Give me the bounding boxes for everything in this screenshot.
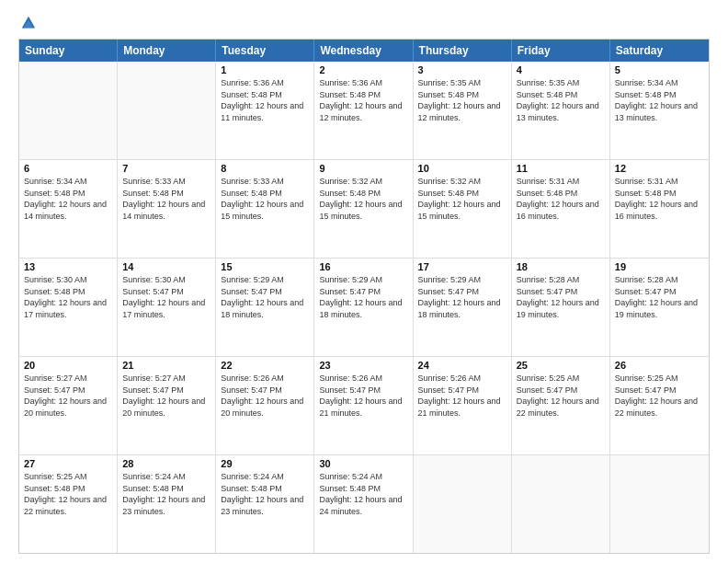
day-number: 19 (615, 261, 704, 272)
logo (18, 15, 37, 31)
cell-text: Sunrise: 5:28 AM Sunset: 5:47 PM Dayligh… (615, 274, 704, 320)
calendar: SundayMondayTuesdayWednesdayThursdayFrid… (18, 39, 710, 554)
cell-text: Sunrise: 5:24 AM Sunset: 5:48 PM Dayligh… (122, 471, 210, 517)
calendar-cell: 27Sunrise: 5:25 AM Sunset: 5:48 PM Dayli… (19, 455, 118, 553)
day-number: 1 (221, 64, 309, 75)
calendar-cell: 7Sunrise: 5:33 AM Sunset: 5:48 PM Daylig… (118, 160, 216, 258)
calendar-week-row: 6Sunrise: 5:34 AM Sunset: 5:48 PM Daylig… (19, 160, 709, 259)
calendar-cell: 20Sunrise: 5:27 AM Sunset: 5:47 PM Dayli… (19, 357, 118, 454)
header (18, 15, 710, 31)
day-number: 14 (122, 261, 210, 272)
day-number: 18 (517, 261, 605, 272)
day-number: 28 (122, 458, 210, 469)
cell-text: Sunrise: 5:33 AM Sunset: 5:48 PM Dayligh… (221, 176, 309, 222)
cell-text: Sunrise: 5:28 AM Sunset: 5:47 PM Dayligh… (517, 274, 605, 320)
cell-text: Sunrise: 5:27 AM Sunset: 5:47 PM Dayligh… (122, 373, 210, 419)
calendar-header-cell: Friday (512, 40, 610, 62)
calendar-week-row: 13Sunrise: 5:30 AM Sunset: 5:48 PM Dayli… (19, 259, 709, 357)
cell-text: Sunrise: 5:32 AM Sunset: 5:48 PM Dayligh… (418, 176, 506, 222)
day-number: 25 (517, 360, 605, 371)
cell-text: Sunrise: 5:36 AM Sunset: 5:48 PM Dayligh… (319, 77, 407, 123)
calendar-week-row: 20Sunrise: 5:27 AM Sunset: 5:47 PM Dayli… (19, 357, 709, 455)
calendar-week-row: 27Sunrise: 5:25 AM Sunset: 5:48 PM Dayli… (19, 455, 709, 553)
day-number: 2 (319, 64, 407, 75)
calendar-cell (610, 455, 709, 553)
day-number: 11 (517, 163, 605, 174)
day-number: 15 (221, 261, 309, 272)
calendar-cell: 24Sunrise: 5:26 AM Sunset: 5:47 PM Dayli… (414, 357, 512, 454)
cell-text: Sunrise: 5:24 AM Sunset: 5:48 PM Dayligh… (319, 471, 407, 517)
day-number: 7 (122, 163, 210, 174)
logo-icon (20, 15, 37, 31)
calendar-week-row: 1Sunrise: 5:36 AM Sunset: 5:48 PM Daylig… (19, 62, 709, 160)
day-number: 26 (615, 360, 704, 371)
cell-text: Sunrise: 5:36 AM Sunset: 5:48 PM Dayligh… (221, 77, 309, 123)
calendar-cell: 4Sunrise: 5:35 AM Sunset: 5:48 PM Daylig… (512, 62, 610, 159)
cell-text: Sunrise: 5:26 AM Sunset: 5:47 PM Dayligh… (319, 373, 407, 419)
calendar-cell: 23Sunrise: 5:26 AM Sunset: 5:47 PM Dayli… (314, 357, 413, 454)
cell-text: Sunrise: 5:34 AM Sunset: 5:48 PM Dayligh… (615, 77, 704, 123)
day-number: 9 (319, 163, 407, 174)
cell-text: Sunrise: 5:25 AM Sunset: 5:47 PM Dayligh… (517, 373, 605, 419)
calendar-cell (118, 62, 216, 159)
calendar-cell: 19Sunrise: 5:28 AM Sunset: 5:47 PM Dayli… (610, 259, 709, 356)
cell-text: Sunrise: 5:27 AM Sunset: 5:47 PM Dayligh… (24, 373, 112, 419)
day-number: 27 (24, 458, 112, 469)
cell-text: Sunrise: 5:34 AM Sunset: 5:48 PM Dayligh… (24, 176, 112, 222)
calendar-cell: 16Sunrise: 5:29 AM Sunset: 5:47 PM Dayli… (314, 259, 413, 356)
calendar-cell: 18Sunrise: 5:28 AM Sunset: 5:47 PM Dayli… (512, 259, 610, 356)
calendar-cell (414, 455, 512, 553)
calendar-cell: 10Sunrise: 5:32 AM Sunset: 5:48 PM Dayli… (414, 160, 512, 258)
day-number: 5 (615, 64, 704, 75)
cell-text: Sunrise: 5:32 AM Sunset: 5:48 PM Dayligh… (319, 176, 407, 222)
cell-text: Sunrise: 5:29 AM Sunset: 5:47 PM Dayligh… (418, 274, 506, 320)
cell-text: Sunrise: 5:29 AM Sunset: 5:47 PM Dayligh… (221, 274, 309, 320)
cell-text: Sunrise: 5:31 AM Sunset: 5:48 PM Dayligh… (517, 176, 605, 222)
day-number: 8 (221, 163, 309, 174)
cell-text: Sunrise: 5:24 AM Sunset: 5:48 PM Dayligh… (221, 471, 309, 517)
day-number: 10 (418, 163, 506, 174)
calendar-cell: 30Sunrise: 5:24 AM Sunset: 5:48 PM Dayli… (314, 455, 413, 553)
calendar-cell (512, 455, 610, 553)
cell-text: Sunrise: 5:26 AM Sunset: 5:47 PM Dayligh… (221, 373, 309, 419)
calendar-header-cell: Tuesday (216, 40, 314, 62)
calendar-header-cell: Wednesday (314, 40, 413, 62)
day-number: 22 (221, 360, 309, 371)
cell-text: Sunrise: 5:33 AM Sunset: 5:48 PM Dayligh… (122, 176, 210, 222)
cell-text: Sunrise: 5:35 AM Sunset: 5:48 PM Dayligh… (418, 77, 506, 123)
calendar-header-cell: Thursday (414, 40, 512, 62)
calendar-cell: 25Sunrise: 5:25 AM Sunset: 5:47 PM Dayli… (512, 357, 610, 454)
calendar-cell: 15Sunrise: 5:29 AM Sunset: 5:47 PM Dayli… (216, 259, 314, 356)
cell-text: Sunrise: 5:25 AM Sunset: 5:48 PM Dayligh… (24, 471, 112, 517)
cell-text: Sunrise: 5:30 AM Sunset: 5:47 PM Dayligh… (122, 274, 210, 320)
calendar-cell: 6Sunrise: 5:34 AM Sunset: 5:48 PM Daylig… (19, 160, 118, 258)
cell-text: Sunrise: 5:35 AM Sunset: 5:48 PM Dayligh… (517, 77, 605, 123)
calendar-cell: 26Sunrise: 5:25 AM Sunset: 5:47 PM Dayli… (610, 357, 709, 454)
logo-text (18, 15, 37, 31)
day-number: 17 (418, 261, 506, 272)
calendar-header-row: SundayMondayTuesdayWednesdayThursdayFrid… (19, 40, 709, 62)
day-number: 20 (24, 360, 112, 371)
calendar-cell: 28Sunrise: 5:24 AM Sunset: 5:48 PM Dayli… (118, 455, 216, 553)
calendar-cell: 1Sunrise: 5:36 AM Sunset: 5:48 PM Daylig… (216, 62, 314, 159)
cell-text: Sunrise: 5:26 AM Sunset: 5:47 PM Dayligh… (418, 373, 506, 419)
calendar-cell: 17Sunrise: 5:29 AM Sunset: 5:47 PM Dayli… (414, 259, 512, 356)
calendar-cell: 13Sunrise: 5:30 AM Sunset: 5:48 PM Dayli… (19, 259, 118, 356)
day-number: 23 (319, 360, 407, 371)
day-number: 24 (418, 360, 506, 371)
cell-text: Sunrise: 5:31 AM Sunset: 5:48 PM Dayligh… (615, 176, 704, 222)
day-number: 21 (122, 360, 210, 371)
cell-text: Sunrise: 5:25 AM Sunset: 5:47 PM Dayligh… (615, 373, 704, 419)
calendar-cell: 21Sunrise: 5:27 AM Sunset: 5:47 PM Dayli… (118, 357, 216, 454)
calendar-cell: 29Sunrise: 5:24 AM Sunset: 5:48 PM Dayli… (216, 455, 314, 553)
calendar-header-cell: Sunday (19, 40, 118, 62)
day-number: 16 (319, 261, 407, 272)
calendar-cell: 14Sunrise: 5:30 AM Sunset: 5:47 PM Dayli… (118, 259, 216, 356)
day-number: 30 (319, 458, 407, 469)
calendar-cell: 11Sunrise: 5:31 AM Sunset: 5:48 PM Dayli… (512, 160, 610, 258)
calendar-cell: 9Sunrise: 5:32 AM Sunset: 5:48 PM Daylig… (314, 160, 413, 258)
calendar-cell: 12Sunrise: 5:31 AM Sunset: 5:48 PM Dayli… (610, 160, 709, 258)
calendar-header-cell: Saturday (610, 40, 709, 62)
calendar-body: 1Sunrise: 5:36 AM Sunset: 5:48 PM Daylig… (19, 62, 709, 553)
calendar-cell (19, 62, 118, 159)
